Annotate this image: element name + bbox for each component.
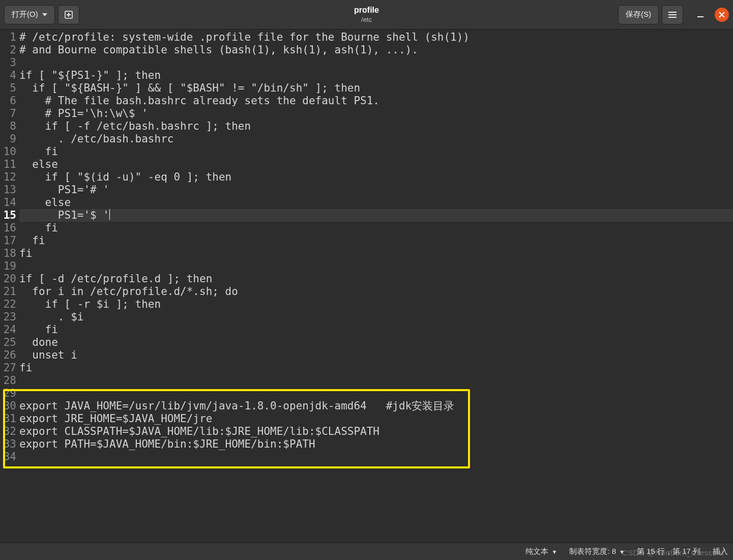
code-line[interactable] xyxy=(19,260,733,273)
code-line[interactable]: export JAVA_HOME=/usr/lib/jvm/java-1.8.0… xyxy=(19,400,733,412)
code-line[interactable]: if [ "$(id -u)" -eq 0 ]; then xyxy=(19,171,733,184)
line-number: 23 xyxy=(2,311,16,323)
line-number: 8 xyxy=(2,120,16,133)
code-line[interactable] xyxy=(19,451,733,463)
code-line[interactable]: fi xyxy=(19,222,733,234)
minimize-icon xyxy=(697,12,703,18)
code-line[interactable]: done xyxy=(19,336,733,349)
code-line[interactable]: if [ -d /etc/profile.d ]; then xyxy=(19,273,733,285)
code-line[interactable]: export JRE_HOME=$JAVA_HOME/jre xyxy=(19,412,733,425)
code-line[interactable]: # PS1='\h:\w\$ ' xyxy=(19,107,733,120)
chevron-down-icon: ▼ xyxy=(551,549,557,555)
code-line[interactable]: if [ "${BASH-}" ] && [ "$BASH" != "/bin/… xyxy=(19,82,733,95)
code-line[interactable] xyxy=(19,387,733,400)
code-line[interactable]: else xyxy=(19,158,733,171)
line-number: 33 xyxy=(2,438,16,451)
status-cursor-position: 第 15 行，第 17 列 xyxy=(637,547,700,556)
new-document-icon xyxy=(64,10,73,19)
code-line[interactable]: unset i xyxy=(19,349,733,362)
code-line[interactable]: if [ "${PS1-}" ]; then xyxy=(19,69,733,82)
code-line[interactable]: # /etc/profile: system-wide .profile fil… xyxy=(19,31,733,44)
line-number: 5 xyxy=(2,82,16,95)
svg-rect-4 xyxy=(697,16,703,17)
close-icon xyxy=(719,12,725,18)
document-name: profile xyxy=(354,6,379,15)
line-number: 28 xyxy=(2,374,16,387)
line-number: 18 xyxy=(2,247,16,260)
code-line[interactable]: PS1='# ' xyxy=(19,184,733,196)
code-line[interactable]: if [ -f /etc/bash.bashrc ]; then xyxy=(19,120,733,133)
status-insert-label: 插入 xyxy=(713,547,728,556)
code-line[interactable]: fi xyxy=(19,247,733,260)
close-button[interactable] xyxy=(715,8,729,22)
minimize-button[interactable] xyxy=(693,8,708,22)
chevron-down-icon: ▼ xyxy=(619,549,625,555)
line-number: 19 xyxy=(2,260,16,273)
svg-rect-1 xyxy=(668,12,677,13)
line-number: 6 xyxy=(2,95,16,107)
save-button[interactable]: 保存(S) xyxy=(618,5,659,24)
code-line[interactable]: . /etc/bash.bashrc xyxy=(19,133,733,145)
code-line[interactable]: . $i xyxy=(19,311,733,323)
line-number: 7 xyxy=(2,107,16,120)
line-number: 3 xyxy=(2,56,16,69)
status-cursor-label: 第 15 行，第 17 列 xyxy=(637,547,700,556)
open-button-label: 打开(O) xyxy=(12,10,38,19)
line-number: 26 xyxy=(2,349,16,362)
line-number: 9 xyxy=(2,133,16,145)
line-number: 20 xyxy=(2,273,16,285)
svg-rect-2 xyxy=(668,14,677,15)
code-line[interactable]: export CLASSPATH=$JAVA_HOME/lib:$JRE_HOM… xyxy=(19,425,733,438)
line-number: 29 xyxy=(2,387,16,400)
open-button[interactable]: 打开(O) xyxy=(4,5,55,24)
line-number: 30 xyxy=(2,400,16,412)
code-line[interactable] xyxy=(19,374,733,387)
svg-rect-3 xyxy=(668,17,677,18)
code-line[interactable]: fi xyxy=(19,145,733,158)
code-line[interactable]: # The file bash.bashrc already sets the … xyxy=(19,95,733,107)
code-line[interactable]: else xyxy=(19,196,733,209)
code-line[interactable]: for i in /etc/profile.d/*.sh; do xyxy=(19,285,733,298)
titlebar: 打开(O) profile /etc 保存(S) xyxy=(0,0,733,30)
document-path: /etc xyxy=(361,16,372,23)
code-line[interactable]: export PATH=$JAVA_HOME/bin:$JRE_HOME/bin… xyxy=(19,438,733,451)
status-insert-mode[interactable]: 插入 xyxy=(713,547,728,556)
line-number: 27 xyxy=(2,362,16,374)
line-number: 14 xyxy=(2,196,16,209)
hamburger-menu-button[interactable] xyxy=(662,5,683,24)
hamburger-icon xyxy=(668,12,677,18)
line-number: 13 xyxy=(2,184,16,196)
new-tab-button[interactable] xyxy=(58,5,79,24)
status-language[interactable]: 纯文本 ▼ xyxy=(525,547,557,556)
code-line[interactable]: # and Bourne compatible shells (bash(1),… xyxy=(19,44,733,56)
code-line[interactable]: fi xyxy=(19,234,733,247)
text-caret xyxy=(109,209,110,220)
save-button-label: 保存(S) xyxy=(626,10,651,19)
line-number-gutter: 1234567891011121314151617181920212223242… xyxy=(0,30,18,543)
line-number: 34 xyxy=(2,451,16,463)
code-line[interactable]: if [ -r $i ]; then xyxy=(19,298,733,311)
line-number: 4 xyxy=(2,69,16,82)
code-content[interactable]: # /etc/profile: system-wide .profile fil… xyxy=(18,30,733,543)
line-number: 32 xyxy=(2,425,16,438)
status-tab-width-label: 制表符宽度: 8 xyxy=(569,547,616,556)
line-number: 12 xyxy=(2,171,16,184)
line-number: 25 xyxy=(2,336,16,349)
code-line[interactable]: PS1='$ ' xyxy=(19,209,733,222)
line-number: 16 xyxy=(2,222,16,234)
code-line[interactable]: fi xyxy=(19,362,733,374)
line-number: 22 xyxy=(2,298,16,311)
editor-area[interactable]: 1234567891011121314151617181920212223242… xyxy=(0,30,733,543)
titlebar-right: 保存(S) xyxy=(618,5,729,24)
line-number: 17 xyxy=(2,234,16,247)
line-number: 2 xyxy=(2,44,16,56)
line-number: 11 xyxy=(2,158,16,171)
code-line[interactable]: fi xyxy=(19,323,733,336)
code-line[interactable] xyxy=(19,56,733,69)
status-language-label: 纯文本 xyxy=(525,547,548,556)
line-number: 31 xyxy=(2,412,16,425)
line-number: 24 xyxy=(2,323,16,336)
chevron-down-icon xyxy=(42,13,47,16)
status-bar: 纯文本 ▼ 制表符宽度: 8 ▼ 第 15 行，第 17 列 插入 xyxy=(0,543,733,560)
status-tab-width[interactable]: 制表符宽度: 8 ▼ xyxy=(569,547,625,556)
